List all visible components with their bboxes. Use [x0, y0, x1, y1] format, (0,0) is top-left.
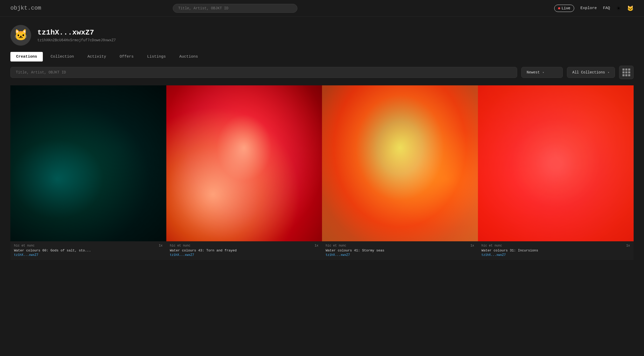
- grid-dot-8: [625, 74, 627, 76]
- art-card-artist-0[interactable]: tz1hX...xwxZ7: [14, 253, 163, 257]
- live-indicator: [558, 7, 560, 9]
- logo[interactable]: objkt.com: [10, 5, 41, 11]
- art-card-collection-3: hic et nunc: [482, 244, 502, 248]
- art-card-2[interactable]: hic et nunc 1x Water colours 41: Stormy …: [322, 85, 478, 260]
- art-card-collection-0: hic et nunc: [14, 244, 35, 248]
- art-card-meta-0: hic et nunc 1x: [14, 244, 163, 248]
- profile-section: 🐱 tz1hX...xwxZ7 tz1hXKn2BcU64HxSrmojfuf7…: [0, 17, 644, 52]
- sort-chevron-icon: ▾: [542, 71, 544, 74]
- profile-info: tz1hX...xwxZ7 tz1hXKn2BcU64HxSrmojfuf7cD…: [37, 29, 116, 42]
- avatar: 🐱: [10, 25, 31, 46]
- theme-toggle-button[interactable]: ☀: [616, 5, 621, 11]
- art-card-edition-0: 1x: [159, 244, 162, 248]
- explore-link[interactable]: Explore: [580, 6, 597, 10]
- collection-label: All Collections: [572, 70, 605, 74]
- tab-activity[interactable]: Activity: [82, 52, 112, 61]
- art-card-0[interactable]: hic et nunc 1x Water colours 60: Gods of…: [10, 85, 166, 260]
- art-card-meta-2: hic et nunc 1x: [326, 244, 474, 248]
- sort-dropdown[interactable]: Newest ▾: [521, 67, 563, 78]
- header-search-container: [173, 4, 297, 13]
- profile-tabs: Creations Collection Activity Offers Lis…: [0, 52, 644, 61]
- grid-dot-6: [628, 71, 630, 73]
- tab-listings[interactable]: Listings: [141, 52, 172, 61]
- live-button[interactable]: Live: [554, 5, 574, 12]
- logo-brand: objkt: [10, 5, 28, 11]
- art-card-1[interactable]: hic et nunc 1x Water colours 43: Torn an…: [166, 85, 322, 260]
- art-card-info-0: hic et nunc 1x Water colours 60: Gods of…: [10, 241, 166, 260]
- art-card-title-1: Water colours 43: Torn and frayed: [170, 249, 319, 252]
- collection-chevron-icon: ▾: [608, 71, 609, 74]
- header-search-input[interactable]: [173, 4, 297, 13]
- art-card-info-2: hic et nunc 1x Water colours 41: Stormy …: [322, 241, 478, 260]
- art-card-image-2: [322, 85, 478, 241]
- grid-dot-3: [628, 69, 630, 71]
- header-nav: Live Explore FAQ ☀ 🐱: [554, 5, 634, 12]
- art-card-artist-2[interactable]: tz1hX...xwxZ7: [326, 253, 474, 257]
- grid-dot-2: [625, 69, 627, 71]
- art-card-info-1: hic et nunc 1x Water colours 43: Torn an…: [166, 241, 322, 260]
- avatar-image: 🐱: [14, 29, 28, 42]
- art-card-edition-2: 1x: [470, 244, 474, 248]
- grid-view-toggle[interactable]: [619, 66, 634, 79]
- art-card-artist-1[interactable]: tz1hX...xwxZ7: [170, 253, 319, 257]
- grid-dot-7: [622, 74, 625, 76]
- art-card-meta-3: hic et nunc 1x: [482, 244, 630, 248]
- art-grid: hic et nunc 1x Water colours 60: Gods of…: [0, 85, 644, 260]
- sort-label: Newest: [527, 70, 540, 74]
- art-card-meta-1: hic et nunc 1x: [170, 244, 319, 248]
- tab-offers[interactable]: Offers: [114, 52, 139, 61]
- art-card-collection-2: hic et nunc: [326, 244, 346, 248]
- art-card-info-3: hic et nunc 1x Water colours 31: Incursi…: [478, 241, 634, 260]
- art-card-title-2: Water colours 41: Stormy seas: [326, 249, 474, 252]
- art-card-image-0: [10, 85, 166, 241]
- art-card-image-inner-1: [166, 85, 322, 241]
- creations-search-input[interactable]: [10, 67, 517, 78]
- art-card-image-3: [478, 85, 634, 241]
- header: objkt.com Live Explore FAQ ☀ 🐱: [0, 0, 644, 17]
- live-label: Live: [561, 6, 570, 10]
- art-card-3[interactable]: hic et nunc 1x Water colours 31: Incursi…: [478, 85, 634, 260]
- tab-auctions[interactable]: Auctions: [174, 52, 204, 61]
- art-card-title-0: Water colours 60: Gods of salt, sto...: [14, 249, 163, 252]
- logo-tld: .com: [28, 5, 41, 11]
- art-card-edition-3: 1x: [626, 244, 630, 248]
- faq-link[interactable]: FAQ: [603, 6, 610, 10]
- art-card-artist-3[interactable]: tz1hX...xwxZ7: [482, 253, 630, 257]
- filter-bar: Newest ▾ All Collections ▾: [0, 66, 644, 79]
- profile-full-address: tz1hXKn2BcU64HxSrmojfuf7cDoweJ9xwxZ7: [37, 38, 116, 42]
- grid-dot-1: [622, 69, 625, 71]
- tab-creations[interactable]: Creations: [10, 52, 43, 61]
- art-card-image-inner-0: [10, 85, 166, 241]
- art-card-collection-1: hic et nunc: [170, 244, 190, 248]
- art-card-image-inner-3: [478, 85, 634, 241]
- user-avatar-button[interactable]: 🐱: [627, 5, 634, 11]
- art-card-image-1: [166, 85, 322, 241]
- art-card-edition-1: 1x: [315, 244, 318, 248]
- grid-dot-4: [622, 71, 625, 73]
- profile-display-name: tz1hX...xwxZ7: [37, 29, 116, 37]
- art-card-title-3: Water colours 31: Incursions: [482, 249, 630, 252]
- grid-dot-5: [625, 71, 627, 73]
- tab-collection[interactable]: Collection: [45, 52, 80, 61]
- art-card-image-inner-2: [322, 85, 478, 241]
- grid-dot-9: [628, 74, 630, 76]
- collection-dropdown[interactable]: All Collections ▾: [567, 67, 615, 78]
